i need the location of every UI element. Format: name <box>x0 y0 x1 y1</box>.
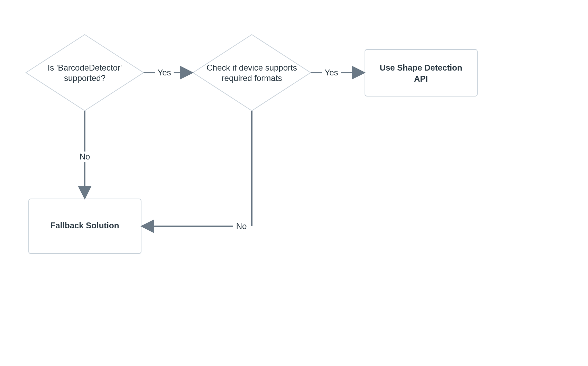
edge-decision1-yes: Yes <box>144 67 190 78</box>
svg-marker-1 <box>193 35 311 111</box>
edge-decision1-no: No <box>76 111 93 195</box>
result-fallback-label: Fallback Solution <box>50 221 119 230</box>
edge-d1-yes-label: Yes <box>157 68 171 77</box>
edge-decision2-no: No <box>145 111 252 231</box>
result-api-line1: Use Shape Detection <box>380 63 462 72</box>
edge-decision2-yes: Yes <box>311 67 361 78</box>
edge-d2-yes-label: Yes <box>324 68 338 77</box>
decision2-line2: required formats <box>222 73 282 83</box>
svg-rect-2 <box>365 49 477 96</box>
node-fallback-solution: Fallback Solution <box>29 199 141 254</box>
decision-barcodedetector-supported: Is 'BarcodeDetector' supported? <box>26 35 144 111</box>
result-api-line2: API <box>414 74 428 83</box>
edge-d2-no-label: No <box>236 221 247 231</box>
decision1-line1: Is 'BarcodeDetector' <box>48 63 122 72</box>
decision1-line2: supported? <box>64 73 105 83</box>
flowchart-canvas: Is 'BarcodeDetector' supported? Check if… <box>0 0 588 366</box>
edge-d1-no-label: No <box>80 152 90 161</box>
node-use-shape-detection-api: Use Shape Detection API <box>365 49 477 96</box>
decision-device-supports-formats: Check if device supports required format… <box>193 35 311 111</box>
decision2-line1: Check if device supports <box>206 63 297 72</box>
svg-marker-0 <box>26 35 144 111</box>
